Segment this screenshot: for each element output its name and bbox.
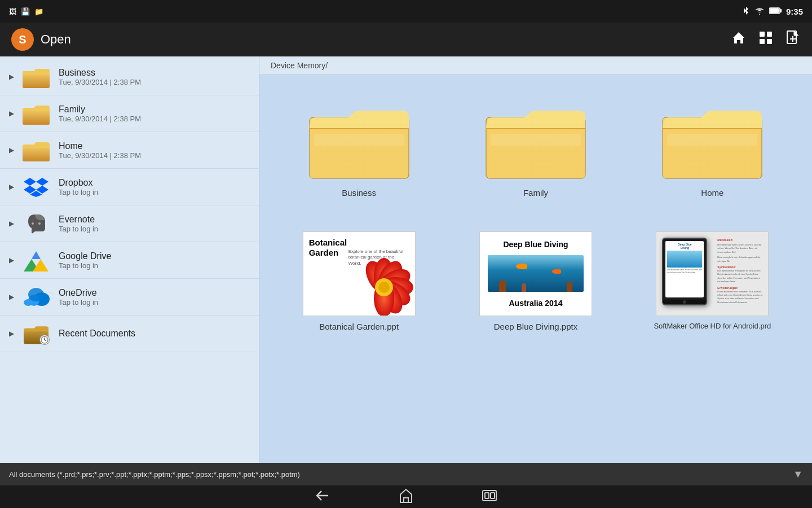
nav-bar [0, 485, 812, 508]
arrow-icon: ▶ [9, 330, 16, 338]
file-thumbnail-softmaker: Merkmalen: Die Merkmale zahlt zu den Zei… [656, 231, 769, 316]
files-grid: Botanical Garden Explore one of the beau… [259, 220, 812, 354]
breadcrumb: Device Memory/ [259, 56, 812, 75]
svg-rect-32 [314, 134, 404, 146]
arrow-icon: ▶ [9, 220, 16, 227]
sidebar-item-home[interactable]: ▶ Home Tue, 9/30/2014 | 2:38 PM [0, 132, 259, 169]
svg-rect-4 [767, 32, 772, 37]
svg-rect-3 [760, 32, 765, 37]
svg-rect-54 [485, 493, 489, 498]
sidebar-item-family[interactable]: ▶ Family Tue, 9/30/2014 | 2:38 PM [0, 95, 259, 132]
arrow-icon: ▶ [9, 293, 16, 301]
file-softmaker[interactable]: Merkmalen: Die Merkmale zahlt zu den Zei… [624, 220, 801, 343]
folder-label: Business [342, 188, 376, 198]
service-login: Tap to log in [59, 188, 98, 196]
folder-home[interactable]: Home [624, 86, 801, 209]
title-left: S Open [11, 28, 71, 51]
folder-label: Family [523, 188, 548, 198]
svg-line-28 [45, 340, 46, 341]
svg-point-17 [38, 222, 41, 225]
back-button[interactable] [315, 489, 330, 505]
main-content: ▶ Business Tue, 9/30/2014 | 2:38 P [0, 56, 812, 463]
service-login: Tap to log in [59, 225, 98, 233]
sidebar-item-googledrive[interactable]: ▶ Google Drive Tap to log in [0, 242, 259, 279]
app-title: Open [41, 32, 71, 47]
svg-rect-52 [404, 498, 408, 502]
file-thumbnail-botanical: Botanical Garden Explore one of the beau… [303, 231, 416, 316]
sidebar-text-recent: Recent Documents [59, 329, 135, 339]
sidebar-text-googledrive: Google Drive Tap to log in [59, 251, 111, 270]
scroll-indicator: ▼ [793, 468, 803, 480]
sidebar-item-evernote[interactable]: ▶ Evernote Tap to log in [0, 205, 259, 242]
service-name: Google Drive [59, 251, 111, 261]
bluetooth-icon [742, 6, 750, 17]
svg-marker-18 [32, 251, 41, 259]
onedrive-icon [23, 286, 50, 308]
folder-date: Tue, 9/30/2014 | 2:38 PM [59, 115, 141, 123]
folder-name: Business [59, 68, 141, 78]
googledrive-icon [23, 249, 50, 271]
folder-name: Home [59, 141, 141, 151]
file-diving[interactable]: Deep Blue Diving Australia 2014 Deep Blu… [447, 220, 624, 343]
folder-icon-large [661, 98, 763, 182]
evernote-icon [23, 212, 50, 235]
folder-family[interactable]: Family [447, 86, 624, 209]
dropbox-icon [23, 176, 50, 198]
flower-decoration [347, 248, 416, 316]
grid-button[interactable] [758, 30, 774, 50]
service-name: Recent Documents [59, 329, 135, 339]
svg-rect-36 [491, 134, 581, 146]
title-actions [731, 30, 801, 50]
sidebar-text-home: Home Tue, 9/30/2014 | 2:38 PM [59, 141, 141, 160]
filter-text: All documents (*.prd;*.prs;*.prv;*.ppt;*… [9, 470, 300, 479]
status-left: 🖼 💾 📁 [9, 7, 43, 16]
arrow-icon: ▶ [9, 110, 16, 117]
file-browser-content: Device Memory/ [259, 56, 812, 463]
service-login: Tap to log in [59, 298, 98, 306]
file-label: Deep Blue Diving.pptx [494, 322, 577, 331]
folder-label: Home [701, 188, 723, 198]
svg-rect-5 [760, 39, 765, 44]
sidebar-item-business[interactable]: ▶ Business Tue, 9/30/2014 | 2:38 P [0, 59, 259, 95]
sidebar-item-recent[interactable]: ▶ [0, 316, 259, 352]
recent-docs-icon [23, 322, 50, 345]
service-name: Evernote [59, 214, 98, 225]
botanical-title-2: Garden [309, 248, 347, 258]
file-label: SoftMaker Office HD for Android.prd [654, 322, 771, 330]
diving-title-2: Australia 2014 [509, 299, 563, 308]
recents-button[interactable] [482, 489, 497, 505]
sidebar-item-dropbox[interactable]: ▶ Dropbox Tap to log in [0, 169, 259, 205]
sidebar-item-onedrive[interactable]: ▶ OneDrive Tap to log in [0, 279, 259, 316]
folders-grid: Business [259, 75, 812, 220]
svg-rect-6 [767, 39, 772, 44]
folder-name: Family [59, 104, 141, 115]
file-botanical[interactable]: Botanical Garden Explore one of the beau… [271, 220, 447, 343]
title-bar: S Open [0, 23, 812, 56]
service-name: Dropbox [59, 178, 98, 188]
status-right: 9:35 [742, 6, 803, 17]
home-nav-button[interactable] [398, 488, 414, 506]
home-button[interactable] [731, 30, 747, 50]
svg-rect-1 [780, 9, 781, 12]
time-display: 9:35 [786, 7, 803, 16]
sidebar-text-dropbox: Dropbox Tap to log in [59, 178, 98, 196]
svg-point-16 [32, 222, 34, 225]
service-name: OneDrive [59, 288, 98, 298]
arrow-icon: ▶ [9, 183, 16, 191]
new-file-button[interactable] [785, 30, 801, 50]
service-login: Tap to log in [59, 261, 111, 270]
folder-business[interactable]: Business [271, 86, 447, 209]
folder-icon-large [308, 98, 410, 182]
wifi-icon [754, 7, 765, 16]
app-icon: S [11, 28, 34, 51]
svg-point-24 [28, 288, 44, 301]
sidebar-text-onedrive: OneDrive Tap to log in [59, 288, 98, 306]
file-thumbnail-diving: Deep Blue Diving Australia 2014 [479, 231, 592, 316]
battery-icon [769, 7, 782, 16]
botanical-title-1: Botanical [309, 238, 347, 248]
bottom-status-bar: All documents (*.prd;*.prs;*.prv;*.ppt;*… [0, 463, 812, 485]
file-label: Botanical Garden.ppt [319, 322, 399, 331]
folder-icon [23, 102, 50, 125]
folder-icon [23, 139, 50, 161]
sidebar-text-evernote: Evernote Tap to log in [59, 214, 98, 233]
